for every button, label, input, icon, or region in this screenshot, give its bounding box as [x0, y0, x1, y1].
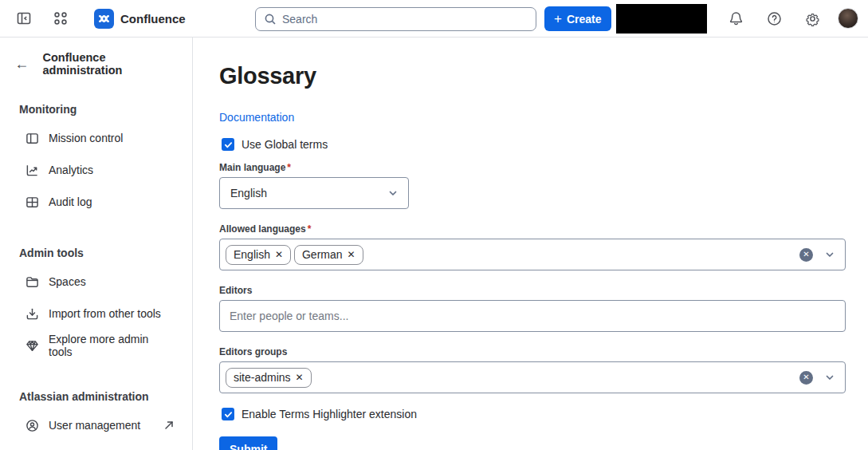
language-tag-german: German ✕ [294, 245, 363, 265]
global-search[interactable] [255, 7, 536, 31]
editors-label: Editors [219, 285, 846, 296]
confluence-home-link[interactable]: Confluence [94, 9, 186, 29]
enable-highlighter-label: Enable Terms Highlighter extension [242, 408, 417, 420]
sidebar-section-monitoring: Monitoring Mission control Analytics Aud… [0, 98, 192, 218]
sidebar-section-atlassian-administration: Atlassian administration User management [0, 385, 192, 441]
sidebar-item-label: Spaces [49, 275, 86, 288]
confluence-logo-icon [94, 9, 114, 29]
chevron-down-icon [387, 188, 399, 199]
section-title: Atlassian administration [0, 385, 192, 409]
plus-icon: + [554, 12, 562, 26]
clear-all-icon[interactable]: ✕ [799, 248, 813, 262]
editors-groups-multiselect[interactable]: site-admins ✕ ✕ [219, 361, 846, 393]
editors-input-box[interactable] [219, 300, 846, 332]
sidebar-item-spaces[interactable]: Spaces [0, 266, 192, 298]
allowed-languages-multiselect[interactable]: English ✕ German ✕ ✕ [219, 239, 846, 270]
app-switcher-button[interactable] [48, 6, 73, 31]
download-icon [26, 307, 39, 321]
group-tag-site-admins: site-admins ✕ [226, 368, 312, 388]
app-switcher-icon [53, 11, 68, 26]
submit-button[interactable]: Submit [219, 436, 277, 450]
chevron-down-icon[interactable] [824, 249, 835, 260]
sidebar-item-user-management[interactable]: User management [0, 409, 192, 441]
board-icon [26, 132, 39, 145]
checkmark-icon [224, 410, 233, 419]
use-global-terms-checkbox[interactable] [222, 138, 234, 151]
top-navigation-bar: Confluence + Create [0, 0, 868, 38]
sidebar-item-label: Explore more admin tools [49, 333, 175, 358]
bell-icon [728, 10, 744, 27]
back-button[interactable]: ← [13, 54, 31, 73]
chart-trend-icon [26, 164, 39, 177]
redacted-area [616, 4, 707, 34]
editors-field: Editors [219, 285, 846, 332]
clear-all-icon[interactable]: ✕ [799, 371, 813, 385]
search-input[interactable] [282, 13, 528, 26]
editors-groups-field: Editors groups site-admins ✕ ✕ [219, 346, 846, 393]
search-icon [264, 13, 277, 26]
sidebar-item-label: Audit log [49, 195, 92, 208]
collapse-sidebar-icon [16, 10, 32, 26]
external-link-icon [163, 420, 175, 431]
language-tag-english: English ✕ [226, 245, 291, 265]
gear-icon [804, 10, 821, 27]
app-name: Confluence [120, 12, 186, 26]
create-button[interactable]: + Create [544, 6, 611, 31]
required-asterisk: * [308, 223, 312, 235]
sidebar-item-audit-log[interactable]: Audit log [0, 186, 192, 218]
allowed-languages-label: Allowed languages* [219, 223, 846, 235]
documentation-link[interactable]: Documentation [219, 111, 294, 124]
use-global-terms-label: Use Global terms [242, 138, 328, 151]
user-avatar[interactable] [838, 8, 858, 29]
sidebar-item-label: Import from other tools [49, 307, 161, 320]
use-global-terms-row[interactable]: Use Global terms [222, 138, 846, 151]
main-language-label: Main language* [219, 162, 846, 173]
admin-sidebar: ← Confluence administration Monitoring M… [0, 38, 193, 450]
enable-highlighter-row[interactable]: Enable Terms Highlighter extension [222, 408, 846, 420]
help-button[interactable] [761, 6, 787, 31]
page-title: Glossary [219, 63, 846, 89]
main-language-value: English [230, 187, 267, 199]
gem-icon [26, 339, 39, 353]
checkmark-icon [224, 140, 233, 149]
section-title: Admin tools [0, 242, 192, 266]
enable-highlighter-checkbox[interactable] [222, 408, 234, 420]
main-language-field: Main language* English [219, 162, 846, 209]
sidebar-title: Confluence administration [43, 51, 180, 77]
required-asterisk: * [287, 162, 291, 173]
sidebar-item-label: Mission control [49, 132, 123, 144]
person-circle-icon [26, 419, 39, 432]
sidebar-section-admin-tools: Admin tools Spaces Import from other too… [0, 242, 192, 361]
sidebar-item-import[interactable]: Import from other tools [0, 298, 192, 330]
chevron-down-icon[interactable] [824, 372, 835, 383]
remove-tag-icon[interactable]: ✕ [348, 250, 355, 259]
sidebar-item-label: Analytics [49, 164, 93, 176]
sidebar-item-label: User management [49, 419, 140, 432]
editors-input[interactable] [230, 310, 835, 322]
folder-icon [26, 275, 39, 289]
notifications-button[interactable] [723, 6, 748, 31]
settings-button[interactable] [799, 6, 825, 31]
glossary-settings-page: Glossary Documentation Use Global terms … [193, 38, 868, 450]
sidebar-item-analytics[interactable]: Analytics [0, 154, 192, 186]
back-arrow-icon: ← [14, 56, 29, 73]
sidebar-item-mission-control[interactable]: Mission control [0, 122, 192, 154]
grid-table-icon [26, 195, 39, 209]
remove-tag-icon[interactable]: ✕ [296, 373, 304, 382]
editors-groups-label: Editors groups [219, 346, 846, 357]
question-circle-icon [766, 10, 783, 27]
sidebar-item-explore-admin-tools[interactable]: Explore more admin tools [0, 330, 192, 361]
main-language-select[interactable]: English [219, 177, 409, 209]
section-title: Monitoring [0, 98, 192, 122]
allowed-languages-field: Allowed languages* English ✕ German ✕ ✕ [219, 223, 846, 270]
remove-tag-icon[interactable]: ✕ [275, 250, 283, 259]
collapse-sidebar-button[interactable] [11, 6, 37, 31]
